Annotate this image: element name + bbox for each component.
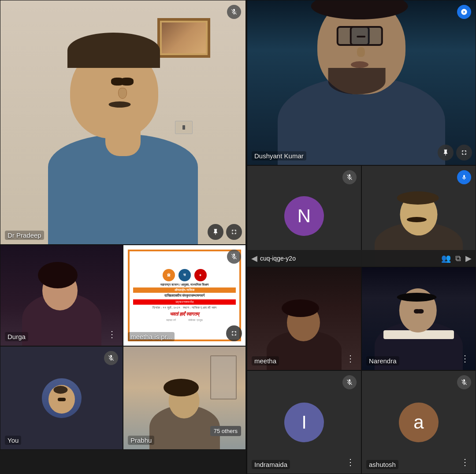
ashutosh-more-icon[interactable]: ⋮ [458, 455, 472, 469]
cert-logo-2: स [178, 269, 191, 281]
cert-title-2: ऑनलाईन-नाशिक [133, 287, 236, 293]
code-left: ◀ cuq-iqge-y2o [251, 254, 296, 263]
indramaida-avatar: I [284, 403, 324, 442]
cert-border: 🏛 स ✦ महाराष्ट्र शासन / आयुक्त, माध्यमिक… [128, 250, 241, 341]
tile-dr-pradeep: Dr Pradeep [0, 0, 246, 245]
dushyant-name: Dushyant Kumar [252, 151, 306, 160]
back-arrow-icon[interactable]: ◀ [251, 254, 257, 263]
prabhu-name: Prabhu [128, 436, 154, 445]
dushyant-video [247, 0, 476, 165]
meetha-presenting-expand-icon[interactable] [226, 325, 242, 341]
code-actions: 👥 ⧉ ▶ [441, 254, 472, 263]
ashutosh-mute-icon [457, 375, 471, 389]
tile-meetha-presenting: 🏛 स ✦ महाराष्ट्र शासन / आयुक्त, माध्यमिक… [123, 245, 246, 346]
tile-durga: Durga ⋮ [0, 245, 123, 346]
meeting-code-text: cuq-iqge-y2o [260, 255, 296, 262]
left-panel: Dr Pradeep Durga ⋮ [0, 0, 247, 474]
tile-you: You [0, 346, 123, 450]
cert-logo-1: 🏛 [163, 269, 175, 281]
you-video-bg [0, 347, 123, 449]
dushyant-top-badge [457, 5, 471, 19]
right-bot-section: meetha ⋮ [247, 267, 476, 370]
narendra-more-icon[interactable]: ⋮ [458, 351, 472, 366]
narendra-name: Narendra [366, 356, 399, 366]
you-name: You [5, 436, 21, 445]
meeting-grid: Dr Pradeep Durga ⋮ [0, 0, 476, 474]
dr-pradeep-video [0, 0, 245, 244]
tile-ashutosh: a ashutosh ⋮ [361, 370, 476, 474]
tile-dushyant: Dushyant Kumar [247, 0, 476, 165]
durga-more-icon[interactable]: ⋮ [105, 327, 119, 341]
cert-footer: सहपाठ वर्ग संयोजक प्रमुख [166, 319, 203, 322]
cert-subtitle: दाखिलदसवीय संस्कृतसम्भाषणवर्ग [164, 294, 205, 298]
dr-pradeep-pin-icon[interactable] [208, 224, 223, 240]
copy-icon[interactable]: ⧉ [455, 254, 461, 263]
tile-meetha: meetha ⋮ [247, 267, 361, 370]
unknown-mic-icon [457, 170, 471, 184]
tile-narendra: Narendra ⋮ [361, 267, 476, 370]
right-bot-row: meetha ⋮ [247, 267, 476, 370]
durga-video [0, 245, 123, 346]
meetha-presenting-mute-icon [227, 250, 241, 264]
cert-date: दिनांक - ११ जुलै, २०२१ स्थान - नासिक ए.आ… [152, 306, 216, 310]
right-vbot-row: I Indramaida ⋮ a ashutosh ⋮ [247, 370, 476, 474]
right-mid-section: N [247, 165, 476, 267]
meetha-more-icon[interactable]: ⋮ [343, 351, 357, 366]
cert-subtitle-bar: उद्घाटनसमारोह [133, 299, 236, 305]
indramaida-name: Indramaida [252, 460, 290, 469]
tile-prabhu: Prabhu 75 others [123, 346, 246, 450]
indramaida-mute-icon [342, 375, 357, 389]
left-bottom-row: You Prabhu 75 others [0, 346, 246, 450]
dr-pradeep-mute-icon [227, 5, 241, 19]
meetha-presenting-name: meetha is pr... [128, 332, 175, 341]
tile-indramaida: I Indramaida ⋮ [247, 370, 361, 474]
ashutosh-name: ashutosh [366, 460, 398, 469]
dushyant-pin-icon[interactable] [438, 145, 454, 160]
meetha-name: meetha [252, 356, 279, 366]
meeting-code-bar: ◀ cuq-iqge-y2o 👥 ⧉ ▶ [247, 250, 476, 267]
others-badge[interactable]: 75 others [210, 426, 241, 436]
right-vbot-section: I Indramaida ⋮ a ashutosh ⋮ [247, 370, 476, 474]
you-mute-icon [104, 351, 118, 365]
ashutosh-avatar: a [399, 403, 439, 442]
cert-logo-3: ✦ [194, 269, 207, 281]
left-middle-row: Durga ⋮ 🏛 स ✦ महाराष्ट्र शासन / आयुक्त, [0, 245, 246, 346]
indramaida-more-icon[interactable]: ⋮ [343, 455, 357, 469]
dr-pradeep-expand-icon[interactable] [226, 224, 242, 240]
n-avatar: N [284, 196, 324, 236]
dr-pradeep-name: Dr Pradeep [5, 231, 44, 240]
people-icon[interactable]: 👥 [441, 254, 451, 263]
cert-logos: 🏛 स ✦ [163, 269, 207, 281]
n-mute-icon [342, 170, 357, 184]
next-icon[interactable]: ▶ [465, 254, 472, 263]
durga-name: Durga [5, 332, 28, 341]
dushyant-expand-icon[interactable] [456, 145, 472, 160]
cert-title-1: महाराष्ट्र शासन / आयुक्त, माध्यमिक शिक्ष… [160, 283, 208, 287]
cert-welcome: भवतां हार्दं स्वागतम् [170, 311, 199, 317]
right-panel: Dushyant Kumar N [247, 0, 476, 474]
